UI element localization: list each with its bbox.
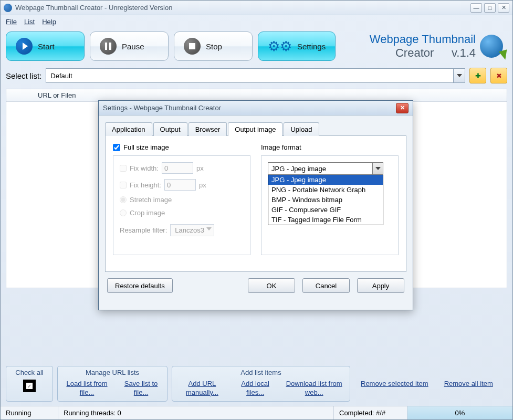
- status-running: Running: [1, 406, 58, 419]
- stop-button[interactable]: Stop: [174, 32, 253, 61]
- toolbar: Start Pause Stop ⚙⚙ Settings Webpage Thu…: [1, 28, 512, 65]
- progress-bar: 0%: [407, 406, 512, 419]
- brand: Webpage Thumbnail Creator v.1.4: [341, 33, 507, 60]
- close-button[interactable]: ✕: [498, 3, 509, 13]
- tab-output[interactable]: Output: [153, 122, 187, 136]
- bottom-panels: Check all ✓ Manage URL lists Load list f…: [1, 363, 512, 405]
- save-list-link[interactable]: Save list to file...: [120, 380, 162, 397]
- ok-button[interactable]: OK: [248, 278, 295, 293]
- format-option-gif[interactable]: GIF - Compuserve GIF: [268, 205, 383, 215]
- menu-help[interactable]: Help: [42, 18, 56, 26]
- status-threads: Running threads: 0: [58, 406, 334, 419]
- dialog-close-button[interactable]: ✕: [396, 103, 409, 113]
- play-icon: [16, 38, 33, 55]
- check-icon: ✓: [27, 383, 32, 389]
- start-label: Start: [38, 42, 55, 51]
- resample-value: Lanczos3: [175, 226, 204, 234]
- tab-upload[interactable]: Upload: [284, 122, 319, 136]
- plus-page-icon: ✚: [475, 72, 481, 80]
- manage-lists-panel: Manage URL lists Load list from file... …: [57, 366, 167, 402]
- pause-icon: [100, 38, 117, 55]
- dialog-tabs: Application Output Browser Output image …: [99, 116, 413, 135]
- fix-height-label: Fix height:: [130, 181, 161, 189]
- stretch-radio[interactable]: [120, 196, 127, 203]
- px-label-2: px: [199, 181, 206, 189]
- check-all-title: Check all: [12, 369, 47, 376]
- tab-application[interactable]: Application: [105, 122, 152, 136]
- menubar: File List Help: [1, 15, 512, 28]
- window-title: Webpage Thumbnail Creator - Unregistered…: [15, 4, 470, 12]
- statusbar: Running Running threads: 0 Completed: #/…: [1, 406, 512, 419]
- stop-icon: [184, 38, 201, 55]
- select-list-label: Select list:: [6, 71, 41, 80]
- pause-button[interactable]: Pause: [90, 32, 169, 61]
- format-dropdown-list: JPG - Jpeg image PNG - Portable Network …: [268, 174, 383, 225]
- format-fieldset: JPG - Jpeg image JPG - Jpeg image PNG - …: [261, 155, 399, 255]
- full-size-checkbox[interactable]: [113, 144, 120, 151]
- format-option-jpg[interactable]: JPG - Jpeg image: [268, 175, 383, 185]
- new-list-button[interactable]: ✚: [469, 68, 486, 83]
- load-list-link[interactable]: Load list from file...: [63, 380, 111, 397]
- format-combo[interactable]: JPG - Jpeg image: [268, 162, 383, 175]
- chevron-down-icon: [453, 69, 465, 82]
- image-format-label: Image format: [261, 143, 301, 151]
- chevron-down-icon: [206, 227, 212, 230]
- check-all-button[interactable]: ✓: [23, 380, 36, 392]
- resample-select[interactable]: Lanczos3: [170, 224, 214, 236]
- format-option-tif[interactable]: TIF - Tagged Image File Form: [268, 215, 383, 225]
- crop-label: Crop image: [130, 209, 165, 217]
- select-list-value: Default: [50, 72, 72, 80]
- minimize-button[interactable]: —: [470, 3, 482, 13]
- titlebar: Webpage Thumbnail Creator - Unregistered…: [1, 1, 512, 15]
- fix-height-checkbox[interactable]: [120, 182, 127, 188]
- brand-version: v.1.4: [452, 46, 476, 59]
- tab-content: Full size image Fix width: px Fix height…: [105, 135, 406, 272]
- settings-button[interactable]: ⚙⚙ Settings: [258, 32, 336, 61]
- cancel-button[interactable]: Cancel: [302, 278, 350, 293]
- download-list-link[interactable]: Download list from web...: [284, 380, 344, 397]
- dialog-buttons: Restore defaults OK Cancel Apply: [99, 278, 413, 300]
- menu-list[interactable]: List: [24, 18, 35, 26]
- add-url-link[interactable]: Add URL manually...: [177, 380, 227, 397]
- maximize-button[interactable]: □: [484, 3, 496, 13]
- fix-height-input[interactable]: [164, 179, 196, 191]
- restore-defaults-button[interactable]: Restore defaults: [107, 278, 173, 293]
- add-items-panel: Add list items Add URL manually... Add l…: [172, 366, 350, 402]
- tab-browser[interactable]: Browser: [189, 122, 227, 136]
- full-size-group: Full size image Fix width: px Fix height…: [113, 143, 250, 264]
- full-size-label: Full size image: [123, 143, 169, 151]
- format-option-bmp[interactable]: BMP - Windows bitmap: [268, 195, 383, 205]
- delete-list-button[interactable]: ✖: [490, 68, 507, 83]
- remove-links: Remove selected item Remove all item: [354, 366, 499, 402]
- progress-text: 0%: [455, 409, 465, 417]
- px-label-1: px: [196, 164, 204, 172]
- start-button[interactable]: Start: [6, 32, 85, 61]
- globe-icon: [480, 35, 503, 58]
- menu-file[interactable]: File: [6, 18, 17, 26]
- brand-line2: Creator: [395, 46, 434, 59]
- manage-title: Manage URL lists: [63, 369, 162, 376]
- status-completed: Completed: #/#: [334, 406, 407, 419]
- settings-label: Settings: [297, 42, 326, 51]
- apply-button[interactable]: Apply: [357, 278, 404, 293]
- add-local-link[interactable]: Add local files...: [236, 380, 275, 397]
- dialog-titlebar[interactable]: Settings - Webpage Thumbnail Creator ✕: [99, 101, 413, 116]
- remove-all-link[interactable]: Remove all item: [444, 380, 493, 388]
- fix-width-checkbox[interactable]: [120, 165, 127, 172]
- remove-selected-link[interactable]: Remove selected item: [361, 380, 428, 388]
- format-selected: JPG - Jpeg image: [271, 165, 326, 173]
- tab-output-image[interactable]: Output image: [228, 122, 282, 136]
- crop-radio[interactable]: [120, 209, 127, 216]
- check-all-panel: Check all ✓: [6, 366, 53, 402]
- main-window: Webpage Thumbnail Creator - Unregistered…: [0, 0, 513, 420]
- image-format-group: Image format JPG - Jpeg image JPG - Jpeg…: [261, 143, 399, 264]
- dialog-title: Settings - Webpage Thumbnail Creator: [103, 104, 396, 112]
- select-list-row: Select list: Default ✚ ✖: [1, 65, 512, 87]
- size-fieldset: Fix width: px Fix height: px Stretch ima…: [113, 155, 250, 255]
- format-option-png[interactable]: PNG - Portable Network Graph: [268, 185, 383, 195]
- chevron-down-icon: [372, 163, 383, 174]
- pause-label: Pause: [122, 42, 144, 51]
- fix-width-input[interactable]: [162, 162, 193, 174]
- add-title: Add list items: [177, 369, 344, 376]
- select-list-combo[interactable]: Default: [46, 68, 465, 83]
